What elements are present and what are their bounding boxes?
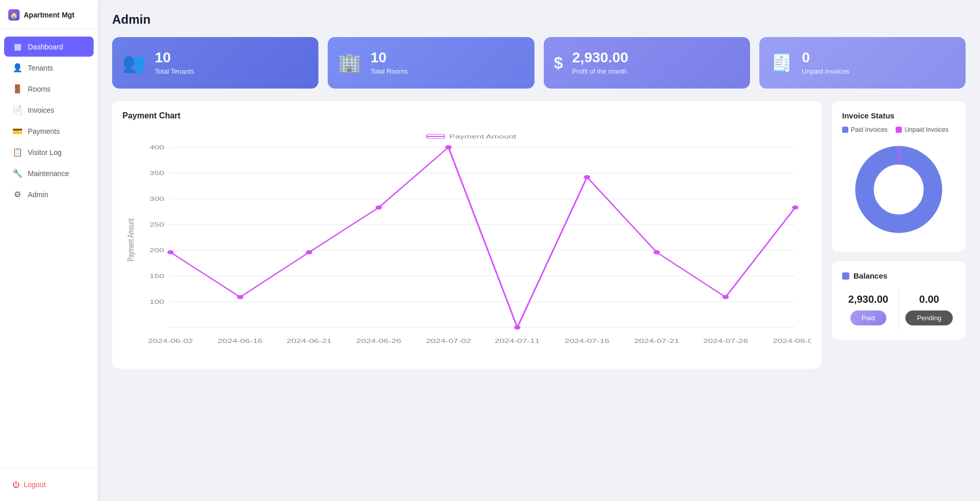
invoices-info: 0 Unpaid Invoices	[802, 50, 850, 75]
maintenance-icon: 🔧	[12, 168, 23, 178]
svg-point-34	[514, 325, 520, 330]
stat-card-total-rooms: 🏢 10 Total Rooms	[328, 37, 534, 89]
stat-card-profit: $ 2,930.00 Profit of the month	[544, 37, 750, 89]
sidebar-item-admin[interactable]: ⚙ Admin	[4, 184, 94, 204]
rooms-label: Total Rooms	[370, 67, 407, 75]
balances-row: 2,930.00 Paid 0.00 Pending	[842, 289, 955, 330]
tenants-value: 10	[155, 50, 194, 65]
svg-text:200: 200	[149, 247, 164, 253]
svg-text:2024-06-16: 2024-06-16	[218, 338, 263, 344]
logout-icon: ⏻	[12, 480, 20, 489]
svg-text:2024-08-02: 2024-08-02	[773, 338, 811, 344]
donut-chart-svg	[850, 141, 948, 238]
stat-card-total-tenants: 👥 10 Total Tenants	[112, 37, 318, 89]
logout-button[interactable]: ⏻ Logout	[8, 476, 90, 493]
tenants-info: 10 Total Tenants	[155, 50, 194, 75]
sidebar-label-tenants: Tenants	[28, 64, 53, 72]
svg-point-31	[306, 250, 312, 254]
svg-point-40	[875, 165, 923, 214]
stats-row: 👥 10 Total Tenants 🏢 10 Total Rooms $ 2,…	[112, 37, 966, 89]
sidebar-item-maintenance[interactable]: 🔧 Maintenance	[4, 163, 94, 183]
visitor-log-icon: 📋	[12, 147, 23, 157]
payment-chart-section: Payment Chart 400 350 300 250 200 15	[112, 101, 822, 369]
payments-icon: 💳	[12, 126, 23, 136]
brand-icon: 🏠	[8, 9, 20, 21]
unpaid-legend-label: Unpaid Invoices	[904, 126, 948, 133]
rooms-value: 10	[370, 50, 407, 65]
profit-value: 2,930.00	[572, 50, 628, 65]
sidebar-item-tenants[interactable]: 👤 Tenants	[4, 58, 94, 78]
sidebar-brand: 🏠 Apartment Mgt	[0, 0, 98, 29]
svg-text:300: 300	[149, 196, 164, 202]
sidebar-item-visitor-log[interactable]: 📋 Visitor Log	[4, 142, 94, 162]
invoice-status-title: Invoice Status	[842, 111, 955, 120]
dashboard-icon: ▦	[12, 42, 23, 51]
sidebar-item-dashboard[interactable]: ▦ Dashboard	[4, 37, 94, 57]
svg-point-35	[584, 175, 590, 179]
sidebar-item-payments[interactable]: 💳 Payments	[4, 121, 94, 141]
donut-chart-container	[842, 141, 955, 238]
svg-text:2024-07-21: 2024-07-21	[634, 338, 680, 344]
logout-label: Logout	[24, 480, 46, 489]
sidebar-label-admin: Admin	[28, 191, 48, 199]
invoices-icon: 🧾	[770, 52, 793, 74]
svg-point-29	[167, 250, 173, 254]
sidebar-item-invoices[interactable]: 📄 Invoices	[4, 100, 94, 120]
rooms-info: 10 Total Rooms	[370, 50, 407, 75]
sidebar-label-rooms: Rooms	[28, 85, 50, 93]
sidebar-nav: ▦ Dashboard 👤 Tenants 🚪 Rooms 📄 Invoices…	[0, 29, 98, 468]
invoice-legend: Paid Invoices Unpaid Invoices	[842, 126, 955, 133]
svg-text:2024-07-02: 2024-07-02	[426, 338, 471, 344]
sidebar-item-rooms[interactable]: 🚪 Rooms	[4, 79, 94, 99]
pending-button[interactable]: Pending	[905, 310, 953, 325]
paid-legend-label: Paid Invoices	[851, 126, 887, 133]
svg-text:2024-06-02: 2024-06-02	[148, 338, 193, 344]
pending-balance-col: 0.00 Pending	[903, 289, 956, 330]
unpaid-legend-item: Unpaid Invoices	[896, 126, 948, 133]
svg-point-30	[237, 295, 243, 299]
svg-text:350: 350	[149, 170, 164, 176]
sidebar-label-visitor-log: Visitor Log	[28, 148, 62, 157]
rooms-icon: 🏢	[338, 52, 361, 74]
svg-point-36	[653, 250, 660, 254]
sidebar-logout-section: ⏻ Logout	[0, 468, 98, 501]
paid-balance-col: 2,930.00 Paid	[842, 289, 895, 330]
invoices-label: Unpaid Invoices	[802, 67, 850, 75]
sidebar-label-invoices: Invoices	[28, 106, 54, 114]
paid-button[interactable]: Paid	[850, 310, 886, 325]
tenants-label: Total Tenants	[155, 67, 194, 75]
svg-point-37	[722, 295, 728, 299]
sidebar-label-payments: Payments	[28, 127, 60, 135]
balances-title: Balances	[853, 271, 887, 280]
paid-legend-item: Paid Invoices	[842, 126, 887, 133]
svg-text:Payment Amount: Payment Amount	[449, 133, 516, 140]
brand-name: Apartment Mgt	[24, 11, 75, 19]
invoice-status-panel: Invoice Status Paid Invoices Unpaid Invo…	[832, 101, 966, 252]
sidebar-label-maintenance: Maintenance	[28, 169, 69, 178]
unpaid-legend-dot	[896, 127, 902, 133]
page-title: Admin	[112, 12, 966, 27]
admin-icon: ⚙	[12, 189, 23, 199]
svg-text:2024-07-26: 2024-07-26	[703, 338, 749, 344]
bottom-row: Payment Chart 400 350 300 250 200 15	[112, 101, 966, 369]
tenants-icon: 👥	[122, 52, 146, 74]
svg-text:250: 250	[149, 221, 164, 228]
tenants-icon: 👤	[12, 63, 23, 73]
sidebar-label-dashboard: Dashboard	[28, 43, 63, 51]
stat-card-unpaid-invoices: 🧾 0 Unpaid Invoices	[759, 37, 966, 89]
svg-text:400: 400	[149, 144, 164, 150]
invoices-value: 0	[802, 50, 850, 65]
balances-icon	[842, 272, 849, 280]
sidebar: 🏠 Apartment Mgt ▦ Dashboard 👤 Tenants 🚪 …	[0, 0, 98, 501]
svg-point-32	[376, 205, 382, 210]
chart-title: Payment Chart	[122, 111, 811, 120]
profit-info: 2,930.00 Profit of the month	[572, 50, 628, 75]
svg-text:2024-06-26: 2024-06-26	[356, 338, 401, 344]
paid-legend-dot	[842, 127, 848, 133]
balances-panel: Balances 2,930.00 Paid 0.00 Pending	[832, 261, 966, 340]
svg-text:2024-07-11: 2024-07-11	[495, 338, 540, 344]
svg-rect-26	[427, 136, 444, 137]
svg-text:150: 150	[149, 273, 164, 279]
payment-chart-svg: 400 350 300 250 200 150 100 Payment Amou…	[122, 127, 811, 353]
balances-header: Balances	[842, 271, 955, 280]
